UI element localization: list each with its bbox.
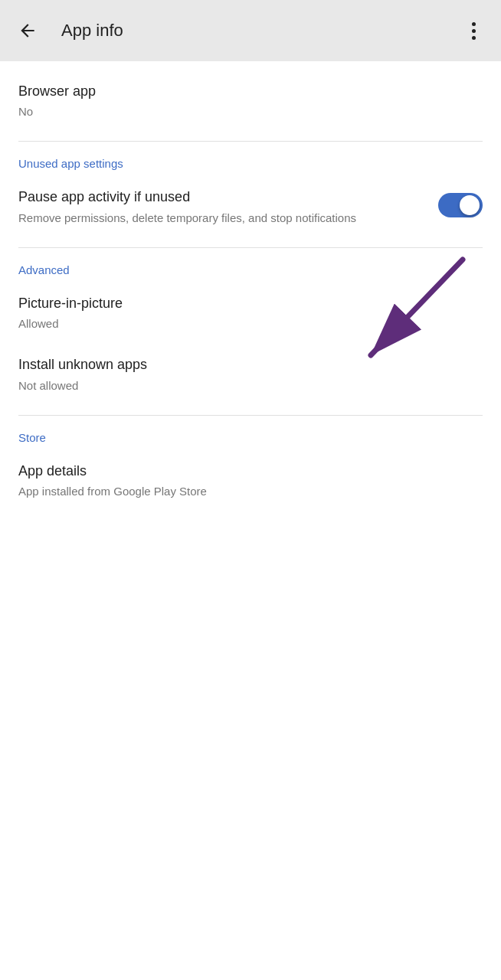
browser-app-value: No: [18, 103, 483, 119]
picture-in-picture-item[interactable]: Picture-in-picture Allowed: [0, 283, 501, 344]
pause-app-label: Pause app activity if unused: [18, 188, 426, 206]
store-section-header: Store: [0, 416, 501, 450]
back-button[interactable]: [12, 15, 43, 46]
app-bar: App info: [0, 0, 501, 61]
picture-in-picture-value: Allowed: [18, 315, 483, 332]
app-details-label: App details: [18, 462, 483, 480]
pause-app-toggle[interactable]: [438, 193, 483, 217]
browser-app-item[interactable]: Browser app No: [0, 70, 501, 132]
install-unknown-apps-value: Not allowed: [18, 377, 483, 394]
picture-in-picture-label: Picture-in-picture: [18, 295, 483, 312]
pause-app-activity-item[interactable]: Pause app activity if unused Remove perm…: [0, 176, 501, 237]
more-options-button[interactable]: [458, 15, 489, 46]
advanced-section-header: Advanced: [0, 248, 501, 283]
settings-content: Browser app No Unused app settings Pause…: [0, 61, 501, 511]
back-icon: [18, 21, 38, 41]
unused-settings-header: Unused app settings: [0, 142, 501, 176]
more-options-icon: [472, 22, 476, 40]
install-unknown-apps-item[interactable]: Install unknown apps Not allowed: [0, 344, 501, 405]
install-unknown-apps-label: Install unknown apps: [18, 356, 483, 374]
app-details-item[interactable]: App details App installed from Google Pl…: [0, 450, 501, 511]
pause-app-description: Remove permissions, delete temporary fil…: [18, 210, 426, 226]
browser-app-label: Browser app: [18, 83, 483, 100]
app-details-value: App installed from Google Play Store: [18, 483, 483, 499]
page-title: App info: [61, 21, 123, 41]
